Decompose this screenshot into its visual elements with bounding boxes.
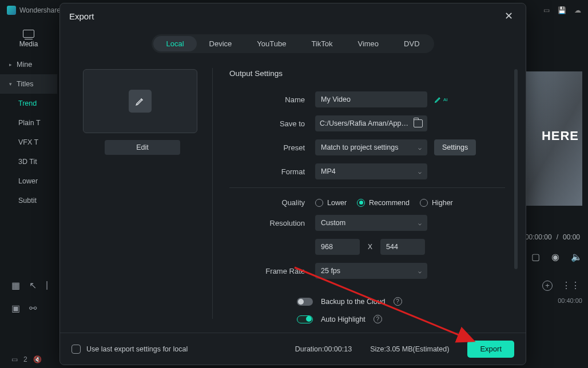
pencil-icon [129,90,152,113]
tl-sep: | [46,280,48,291]
tab-youtube[interactable]: YouTube [244,36,299,51]
topbar-monitor-icon[interactable]: ▭ [543,6,550,14]
label-resolution: Resolution [229,219,315,227]
bl-mute-icon[interactable]: 🔇 [33,355,42,363]
tab-vimeo[interactable]: Vimeo [345,36,391,51]
app-brand: Wondershare [19,6,61,14]
label-preset: Preset [229,143,315,152]
preset-select[interactable]: Match to project settings⌵ [315,139,427,155]
close-button[interactable]: ✕ [501,7,517,25]
tl-layer-icon[interactable]: ▣ [11,303,20,314]
media-label: Media [19,40,38,48]
quality-lower[interactable]: Lower [315,199,347,207]
use-last-settings-checkbox[interactable] [71,345,81,354]
preview-audio-icon[interactable]: 🔈 [571,251,582,262]
bl-count: 2 [23,355,27,363]
label-name: Name [229,95,315,104]
sidebar-item-plain[interactable]: Plain T [0,113,57,133]
tl-add-icon[interactable]: + [542,281,553,291]
preview-pane: HERE [519,71,582,206]
resolution-separator: X [368,243,372,251]
format-select[interactable]: MP4⌵ [315,163,427,179]
folder-icon [414,119,423,127]
tab-local[interactable]: Local [153,36,196,51]
footer-size: Size:3.05 MB(Estimated) [370,345,449,353]
auto-highlight-toggle[interactable] [297,315,313,323]
use-last-settings-label: Use last export settings for local [86,345,188,353]
nav-media-tab[interactable]: Media [0,23,57,55]
time-total: 00:00 [563,233,580,241]
sidebar-item-mine[interactable]: ▸Mine [0,55,57,74]
sidebar-item-vfx[interactable]: VFX T [0,133,57,152]
resolution-height-input[interactable] [380,239,425,255]
tab-dvd[interactable]: DVD [391,36,432,51]
tl-list-icon[interactable]: ⋮⋮ [562,280,580,291]
output-settings-heading: Output Settings [229,69,505,78]
auto-highlight-info-icon[interactable]: ? [374,315,382,323]
sidebar-item-lower[interactable]: Lower [0,171,57,191]
tl-grid-icon[interactable]: ▦ [11,280,20,291]
topbar-cloud-icon[interactable]: ☁ [574,6,581,14]
sidebar-item-trending[interactable]: Trend [0,94,57,113]
topbar-save-icon[interactable]: 💾 [558,6,566,14]
auto-highlight-label: Auto Highlight [321,315,365,323]
quality-recommend[interactable]: Recommend [357,199,410,207]
framerate-select[interactable]: 25 fps⌵ [315,263,427,279]
sidebar-item-subtitle[interactable]: Subtit [0,191,57,210]
export-thumbnail [83,69,197,133]
tab-device[interactable]: Device [197,36,245,51]
preset-settings-button[interactable]: Settings [434,139,476,155]
label-saveto: Save to [229,119,315,128]
export-modal: Export ✕ Local Device YouTube TikTok Vim… [59,3,526,365]
backup-cloud-label: Backup to the Cloud [321,298,386,306]
tl-link-icon[interactable]: ⚯ [29,303,37,314]
name-input[interactable] [315,91,427,107]
time-current: 00:00:00 [525,233,552,241]
sidebar-item-3d[interactable]: 3D Tit [0,152,57,171]
backup-cloud-info-icon[interactable]: ? [394,297,402,306]
ruler-mark: 00:40:00 [558,297,582,304]
bl-clip-icon[interactable]: ▭ [11,355,18,363]
save-path-field[interactable]: C:/Users/Rafia Aman/AppData [315,115,427,131]
settings-scrollbar[interactable] [514,69,518,269]
export-button[interactable]: Export [467,341,514,358]
footer-duration: Duration:00:00:13 [295,345,352,353]
resolution-select[interactable]: Custom⌵ [315,215,427,231]
resolution-width-input[interactable] [315,239,360,255]
ai-rename-icon[interactable]: AI [434,95,448,103]
export-tabs: Local Device YouTube TikTok Vimeo DVD [152,34,434,53]
modal-title: Export [69,11,94,21]
quality-higher[interactable]: Higher [420,199,453,207]
sidebar-item-titles[interactable]: ▾Titles [0,74,57,94]
preview-overlay-text: HERE [542,129,579,143]
preview-display-icon[interactable]: ▢ [531,251,540,262]
media-icon [23,30,34,38]
preview-camera-icon[interactable]: ◉ [551,251,559,262]
app-logo-icon [7,6,16,15]
backup-cloud-toggle[interactable] [297,298,313,306]
label-quality: Quality [229,198,315,207]
tl-cursor-icon[interactable]: ↖ [29,280,37,291]
edit-thumbnail-button[interactable]: Edit [105,140,180,155]
label-format: Format [229,167,315,176]
label-framerate: Frame Rate [229,267,315,275]
tab-tiktok[interactable]: TikTok [299,36,345,51]
